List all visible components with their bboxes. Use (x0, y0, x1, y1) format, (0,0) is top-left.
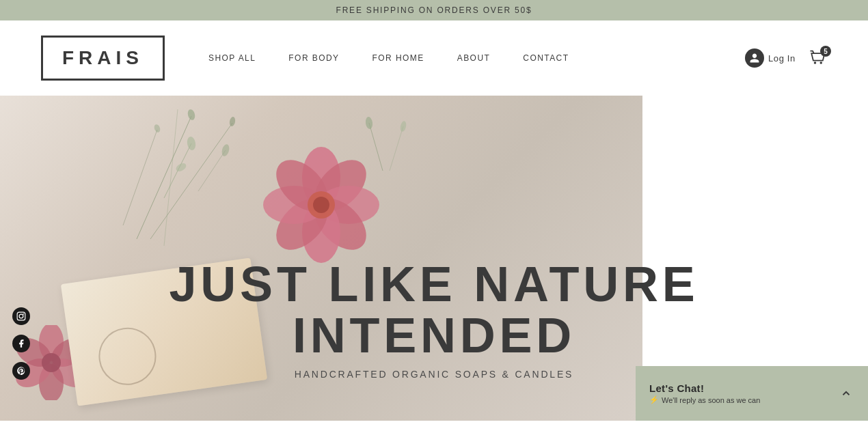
top-banner: FREE SHIPPING ON ORDERS OVER 50$ (0, 0, 868, 20)
botanical-deco-1 (55, 102, 294, 253)
chat-text-area: Let's Chat! ⚡ We'll reply as soon as we … (649, 382, 830, 404)
svg-line-26 (164, 143, 191, 198)
svg-rect-35 (17, 312, 25, 320)
chat-title: Let's Chat! (649, 382, 830, 394)
svg-point-37 (23, 313, 24, 315)
svg-point-0 (814, 61, 817, 64)
svg-point-30 (221, 143, 230, 157)
nav-for-body[interactable]: FOR BODY (272, 53, 355, 63)
hero-headline-line2: INTENDED (126, 310, 742, 362)
header-right: Log In 5 (745, 48, 827, 68)
svg-point-1 (820, 61, 823, 64)
svg-line-5 (123, 130, 157, 225)
svg-point-34 (399, 120, 407, 132)
svg-point-32 (365, 116, 373, 129)
svg-line-33 (390, 126, 403, 171)
svg-point-17 (308, 191, 335, 219)
svg-point-19 (39, 325, 64, 361)
logo-box: FRAIS (41, 36, 165, 81)
chat-subtitle: ⚡ We'll reply as soon as we can (649, 395, 830, 404)
svg-point-11 (318, 186, 379, 224)
banner-text: FREE SHIPPING ON ORDERS OVER 50$ (336, 5, 532, 15)
svg-point-6 (187, 109, 196, 121)
pinterest-icon[interactable] (12, 362, 30, 380)
user-icon (745, 48, 764, 68)
nav-contact[interactable]: CONTACT (506, 53, 585, 63)
hero-headline-line1: JUST LIKE NATURE (126, 259, 742, 311)
nav-about[interactable]: ABOUT (441, 53, 507, 63)
svg-line-2 (137, 116, 191, 239)
cart-button[interactable]: 5 (808, 48, 827, 68)
svg-point-10 (306, 150, 376, 221)
hero-text: JUST LIKE NATURE INTENDED HANDCRAFTED OR… (126, 259, 742, 380)
user-icon-svg (749, 53, 760, 64)
chat-chevron-button[interactable] (838, 385, 854, 402)
svg-point-14 (267, 189, 337, 260)
svg-line-29 (198, 150, 226, 191)
instagram-svg (16, 311, 26, 321)
botanical-top-right (342, 116, 424, 171)
lightning-icon: ⚡ (649, 395, 659, 404)
svg-point-28 (175, 162, 188, 173)
cart-badge: 5 (820, 46, 831, 57)
botanical-sprigs (137, 130, 260, 212)
social-sidebar (12, 307, 30, 380)
nav-for-home[interactable]: FOR HOME (356, 53, 441, 63)
flower-pink (253, 137, 390, 273)
login-button[interactable]: Log In (745, 48, 796, 68)
hero-section: JUST LIKE NATURE INTENDED HANDCRAFTED OR… (0, 96, 868, 421)
svg-point-18 (313, 197, 329, 213)
svg-point-36 (19, 314, 23, 318)
chat-subtitle-text: We'll reply as soon as we can (662, 396, 760, 404)
svg-point-27 (186, 136, 196, 151)
main-nav: SHOP ALL FOR BODY FOR HOME ABOUT CONTACT (192, 53, 745, 63)
nav-shop-all[interactable]: SHOP ALL (192, 53, 272, 63)
svg-point-13 (302, 201, 340, 263)
chevron-up-icon (840, 387, 852, 400)
svg-point-25 (42, 353, 61, 372)
svg-line-3 (150, 123, 232, 239)
header: FRAIS SHOP ALL FOR BODY FOR HOME ABOUT C… (0, 20, 868, 96)
svg-point-9 (302, 147, 340, 208)
svg-point-16 (267, 150, 337, 221)
facebook-svg (16, 339, 26, 348)
svg-point-7 (229, 116, 236, 126)
svg-point-8 (153, 124, 161, 133)
svg-line-31 (369, 123, 383, 171)
svg-point-12 (306, 189, 376, 260)
svg-point-15 (263, 186, 325, 224)
logo-container[interactable]: FRAIS (41, 36, 165, 81)
chat-widget[interactable]: Let's Chat! ⚡ We'll reply as soon as we … (636, 366, 868, 421)
instagram-icon[interactable] (12, 307, 30, 325)
facebook-icon[interactable] (12, 335, 30, 352)
logo-text: FRAIS (62, 47, 144, 68)
svg-line-4 (164, 109, 178, 246)
hero-headline: JUST LIKE NATURE INTENDED (126, 259, 742, 362)
pinterest-svg (16, 366, 26, 376)
login-label: Log In (768, 53, 796, 64)
svg-point-22 (39, 364, 64, 400)
